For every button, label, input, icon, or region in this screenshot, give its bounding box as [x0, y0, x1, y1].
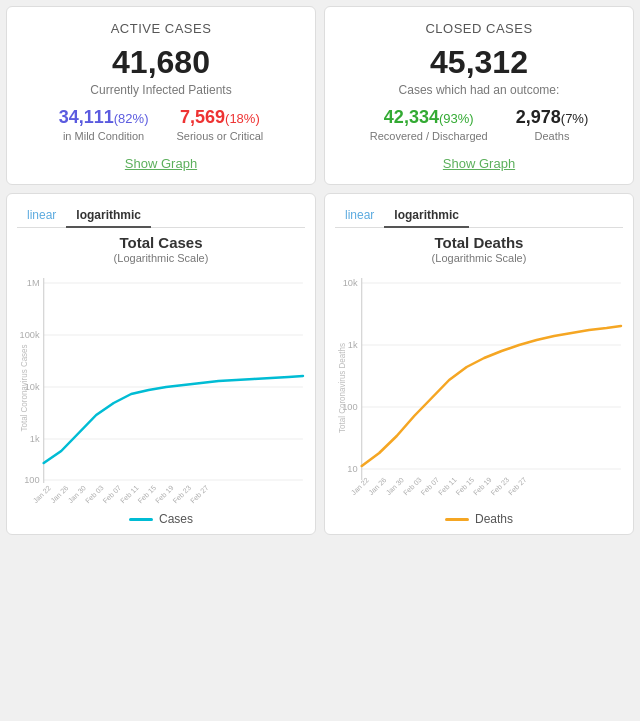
- deaths-chart-card: linear logarithmic Total Deaths (Logarit…: [324, 193, 634, 535]
- svg-text:Feb 27: Feb 27: [189, 484, 211, 505]
- closed-cases-subtitle: Cases which had an outcome:: [341, 83, 617, 97]
- svg-text:Feb 11: Feb 11: [119, 484, 141, 505]
- cases-chart-card: linear logarithmic Total Cases (Logarith…: [6, 193, 316, 535]
- active-show-graph-link[interactable]: Show Graph: [125, 156, 197, 171]
- mild-label: in Mild Condition: [59, 130, 149, 142]
- deaths-svg: 10k 1k 100 10 Jan 22 Jan 26 Jan 30 Feb 0…: [335, 268, 623, 508]
- svg-text:Feb 07: Feb 07: [419, 476, 441, 497]
- cases-scale-label: (Logarithmic Scale): [17, 252, 305, 264]
- critical-stat: 7,569(18%) Serious or Critical: [176, 107, 263, 142]
- active-cases-subtitle: Currently Infected Patients: [23, 83, 299, 97]
- svg-text:Jan 26: Jan 26: [367, 476, 388, 496]
- active-cases-title: ACTIVE CASES: [23, 21, 299, 36]
- svg-text:10k: 10k: [343, 278, 358, 288]
- cases-legend: Cases: [17, 512, 305, 526]
- cases-tab-logarithmic[interactable]: logarithmic: [66, 204, 151, 228]
- mild-stat: 34,111(82%) in Mild Condition: [59, 107, 149, 142]
- svg-text:Feb 19: Feb 19: [472, 476, 494, 497]
- svg-text:Feb 23: Feb 23: [489, 476, 511, 497]
- svg-text:Jan 30: Jan 30: [385, 476, 406, 496]
- cases-tab-linear[interactable]: linear: [17, 204, 66, 228]
- cases-svg: 1M 100k 10k 1k 100 Jan 22 Jan 26 Jan 30: [17, 268, 305, 508]
- svg-text:100k: 100k: [20, 330, 40, 340]
- deaths-chart-title: Total Deaths: [335, 234, 623, 251]
- deaths-scale-label: (Logarithmic Scale): [335, 252, 623, 264]
- svg-text:Jan 22: Jan 22: [350, 476, 371, 496]
- svg-text:Total Coronavirus Deaths: Total Coronavirus Deaths: [338, 343, 347, 433]
- closed-cases-number: 45,312: [341, 44, 617, 81]
- active-cases-number: 41,680: [23, 44, 299, 81]
- closed-show-graph-link[interactable]: Show Graph: [443, 156, 515, 171]
- svg-text:Feb 15: Feb 15: [136, 484, 158, 505]
- svg-text:Feb 07: Feb 07: [101, 484, 123, 505]
- svg-text:Jan 26: Jan 26: [49, 484, 70, 504]
- svg-text:1k: 1k: [30, 434, 40, 444]
- svg-text:Jan 22: Jan 22: [32, 484, 53, 504]
- deaths-tab-logarithmic[interactable]: logarithmic: [384, 204, 469, 228]
- active-cases-stats: 34,111(82%) in Mild Condition 7,569(18%)…: [23, 107, 299, 142]
- cases-tab-bar: linear logarithmic: [17, 204, 305, 228]
- svg-text:10: 10: [347, 464, 357, 474]
- critical-number: 7,569(18%): [176, 107, 263, 128]
- svg-text:1k: 1k: [348, 340, 358, 350]
- svg-text:Feb 19: Feb 19: [154, 484, 176, 505]
- active-cases-card: ACTIVE CASES 41,680 Currently Infected P…: [6, 6, 316, 185]
- closed-cases-card: CLOSED CASES 45,312 Cases which had an o…: [324, 6, 634, 185]
- critical-label: Serious or Critical: [176, 130, 263, 142]
- deaths-tab-linear[interactable]: linear: [335, 204, 384, 228]
- cases-chart-area: 1M 100k 10k 1k 100 Jan 22 Jan 26 Jan 30: [17, 268, 305, 508]
- svg-text:Feb 03: Feb 03: [84, 484, 106, 505]
- deaths-label: Deaths: [516, 130, 589, 142]
- deaths-stat: 2,978(7%) Deaths: [516, 107, 589, 142]
- svg-text:100: 100: [24, 475, 39, 485]
- svg-text:Feb 11: Feb 11: [437, 476, 459, 497]
- deaths-tab-bar: linear logarithmic: [335, 204, 623, 228]
- closed-cases-title: CLOSED CASES: [341, 21, 617, 36]
- recovered-stat: 42,334(93%) Recovered / Discharged: [370, 107, 488, 142]
- recovered-label: Recovered / Discharged: [370, 130, 488, 142]
- svg-text:Feb 15: Feb 15: [454, 476, 476, 497]
- deaths-legend: Deaths: [335, 512, 623, 526]
- deaths-chart-area: 10k 1k 100 10 Jan 22 Jan 26 Jan 30 Feb 0…: [335, 268, 623, 508]
- svg-text:Feb 23: Feb 23: [171, 484, 193, 505]
- deaths-legend-line: [445, 518, 469, 521]
- svg-text:Total Coronavirus Cases: Total Coronavirus Cases: [20, 344, 29, 431]
- cases-legend-label: Cases: [159, 512, 193, 526]
- deaths-legend-label: Deaths: [475, 512, 513, 526]
- svg-text:1M: 1M: [27, 278, 40, 288]
- svg-text:Jan 30: Jan 30: [67, 484, 88, 504]
- mild-number: 34,111(82%): [59, 107, 149, 128]
- cases-chart-title: Total Cases: [17, 234, 305, 251]
- closed-cases-stats: 42,334(93%) Recovered / Discharged 2,978…: [341, 107, 617, 142]
- svg-text:Feb 27: Feb 27: [507, 476, 529, 497]
- recovered-number: 42,334(93%): [370, 107, 488, 128]
- svg-text:Feb 03: Feb 03: [402, 476, 424, 497]
- deaths-number: 2,978(7%): [516, 107, 589, 128]
- cases-legend-line: [129, 518, 153, 521]
